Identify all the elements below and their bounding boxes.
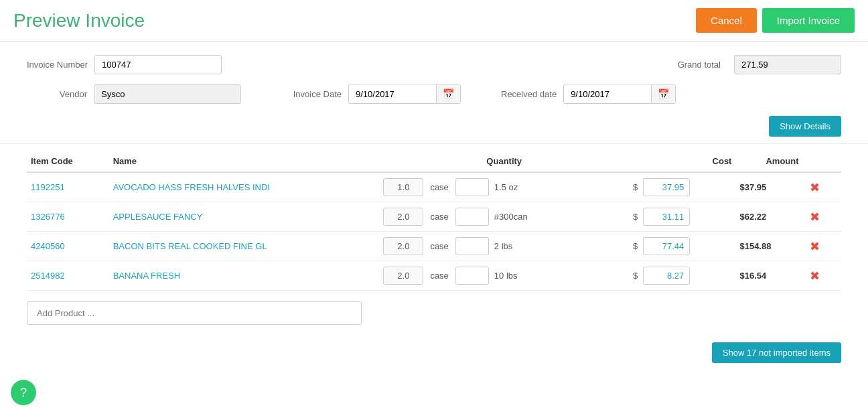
cost-group: $ (633, 178, 731, 196)
qty-group: case 2 lbs (383, 237, 625, 255)
delete-row-button[interactable]: ✖ (807, 210, 822, 224)
bottom-row: Show 17 not imported items (0, 338, 868, 370)
sub-qty-input[interactable] (455, 267, 489, 285)
dollar-sign: $ (633, 182, 638, 192)
vendor-label: Vendor (27, 89, 87, 99)
invoice-date-label: Invoice Date (281, 89, 342, 99)
invoice-number-label: Invoice Number (27, 60, 88, 70)
cost-input[interactable] (643, 178, 690, 196)
items-table: Item Code Name Quantity Cost Amount 1192… (27, 151, 841, 291)
item-name: APPLESAUCE FANCY (113, 212, 203, 222)
item-code-link[interactable]: 4240560 (31, 241, 65, 251)
top-buttons: Cancel Import Invoice (696, 8, 855, 33)
sub-unit-label: #300can (494, 212, 528, 222)
sub-unit-label: 2 lbs (494, 241, 512, 251)
col-quantity: Quantity (379, 151, 629, 172)
sub-qty-input[interactable] (455, 208, 489, 226)
cost-input[interactable] (643, 237, 690, 255)
received-date-input[interactable] (564, 85, 651, 103)
item-code-link[interactable]: 1192251 (31, 182, 65, 192)
qty-group: case 10 lbs (383, 267, 625, 285)
amount-cell: $154.88 (735, 232, 802, 261)
grand-total-field: Grand total (660, 55, 841, 74)
unit-label: case (430, 241, 448, 251)
sub-unit-label: 1.5 oz (494, 182, 518, 192)
cost-input[interactable] (643, 208, 690, 226)
add-product-input[interactable] (27, 301, 362, 325)
qty-input[interactable] (383, 237, 423, 255)
delete-row-button[interactable]: ✖ (807, 239, 822, 254)
qty-input[interactable] (383, 267, 423, 285)
table-row: 2514982 BANANA FRESH case 10 lbs $ $16.5… (27, 261, 841, 291)
vendor-field: Vendor (27, 84, 241, 104)
amount-cell: $37.95 (735, 172, 802, 202)
cost-group: $ (633, 208, 731, 226)
qty-input[interactable] (383, 208, 423, 226)
form-row-1: Invoice Number Grand total (27, 55, 841, 74)
form-row-2: Vendor Invoice Date 📅 Received date 📅 (27, 84, 841, 104)
table-section: Item Code Name Quantity Cost Amount 1192… (0, 144, 868, 338)
table-header-row: Item Code Name Quantity Cost Amount (27, 151, 841, 172)
item-code-link[interactable]: 1326776 (31, 212, 65, 222)
import-invoice-button[interactable]: Import Invoice (762, 8, 855, 33)
invoice-number-input[interactable] (94, 55, 222, 74)
table-row: 4240560 BACON BITS REAL COOKED FINE GL c… (27, 232, 841, 261)
cancel-button[interactable]: Cancel (696, 8, 757, 33)
amount-cell: $16.54 (735, 261, 802, 291)
received-date-calendar-icon[interactable]: 📅 (651, 84, 675, 103)
sub-unit-label: 10 lbs (494, 271, 518, 281)
grand-total-label: Grand total (660, 60, 721, 70)
item-name: BACON BITS REAL COOKED FINE GL (113, 241, 267, 251)
received-date-field: Received date 📅 (501, 84, 676, 104)
top-bar: Preview Invoice Cancel Import Invoice (0, 0, 868, 42)
unit-label: case (430, 182, 448, 192)
unit-label: case (430, 212, 448, 222)
col-item-code: Item Code (27, 151, 109, 172)
unit-label: case (430, 271, 448, 281)
invoice-number-field: Invoice Number (27, 55, 222, 74)
invoice-date-field: Invoice Date 📅 (281, 84, 461, 104)
col-name: Name (109, 151, 380, 172)
item-name: BANANA FRESH (113, 271, 180, 281)
dollar-sign: $ (633, 241, 638, 251)
cost-group: $ (633, 237, 731, 255)
sub-qty-input[interactable] (455, 178, 489, 196)
cost-group: $ (633, 267, 731, 285)
form-section: Invoice Number Grand total Vendor Invoic… (0, 42, 868, 144)
invoice-date-input-group: 📅 (348, 84, 461, 104)
qty-group: case 1.5 oz (383, 178, 625, 196)
received-date-label: Received date (501, 89, 557, 99)
show-details-button[interactable]: Show Details (769, 116, 841, 137)
cost-input[interactable] (643, 267, 690, 285)
table-row: 1192251 AVOCADO HASS FRESH HALVES INDI c… (27, 172, 841, 202)
item-code-link[interactable]: 2514982 (31, 271, 65, 281)
table-row: 1326776 APPLESAUCE FANCY case #300can $ … (27, 202, 841, 232)
show-details-row: Show Details (27, 113, 841, 137)
dollar-sign: $ (633, 271, 638, 281)
dollar-sign: $ (633, 212, 638, 222)
show-not-imported-button[interactable]: Show 17 not imported items (712, 342, 841, 363)
amount-cell: $62.22 (735, 202, 802, 232)
col-amount: Amount (735, 151, 802, 172)
invoice-date-calendar-icon[interactable]: 📅 (436, 84, 460, 103)
received-date-input-group: 📅 (563, 84, 676, 104)
page-title: Preview Invoice (13, 10, 145, 31)
grand-total-input (734, 55, 841, 74)
delete-row-button[interactable]: ✖ (807, 180, 822, 195)
qty-group: case #300can (383, 208, 625, 226)
sub-qty-input[interactable] (455, 237, 489, 255)
invoice-date-input[interactable] (349, 85, 436, 103)
item-name: AVOCADO HASS FRESH HALVES INDI (113, 182, 270, 192)
delete-row-button[interactable]: ✖ (807, 269, 822, 283)
col-cost: Cost (629, 151, 735, 172)
qty-input[interactable] (383, 178, 423, 196)
vendor-input (94, 84, 241, 104)
